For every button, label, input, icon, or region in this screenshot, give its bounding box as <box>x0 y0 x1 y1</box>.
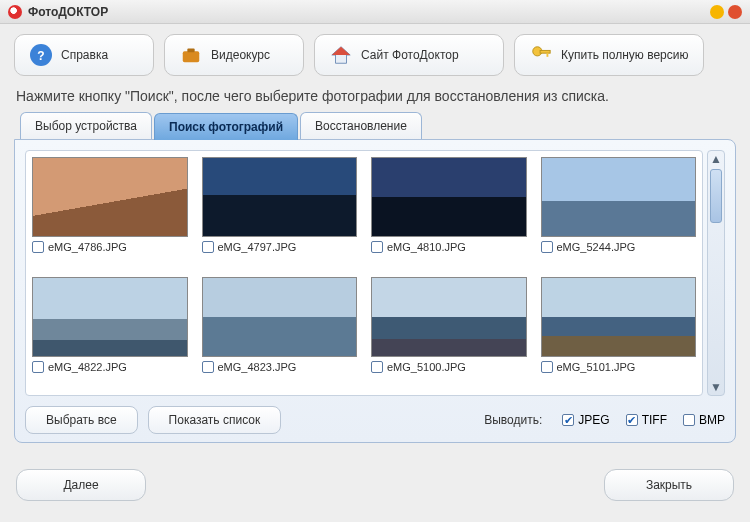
show-list-button[interactable]: Показать список <box>148 406 282 434</box>
thumbnail-image <box>541 277 697 357</box>
thumbnail-item[interactable]: eMG_5100.JPG <box>371 277 527 389</box>
filter-jpeg-checkbox[interactable] <box>562 414 574 426</box>
thumbnail-checkbox[interactable] <box>541 241 553 253</box>
thumbnail-item[interactable]: eMG_4823.JPG <box>202 277 358 389</box>
filter-tiff-checkbox[interactable] <box>626 414 638 426</box>
tab-search[interactable]: Поиск фотографий <box>154 113 298 140</box>
thumbnail-checkbox[interactable] <box>202 241 214 253</box>
toolbar: ? Справка Видеокурс Сайт ФотоДоктор Купи… <box>14 34 736 76</box>
close-window-button[interactable] <box>728 5 742 19</box>
help-label: Справка <box>61 48 108 62</box>
help-button[interactable]: ? Справка <box>14 34 154 76</box>
help-icon: ? <box>29 43 53 67</box>
thumbnail-filename: eMG_5244.JPG <box>557 241 636 253</box>
thumbnail-image <box>371 277 527 357</box>
svg-marker-5 <box>332 47 350 55</box>
thumbnail-image <box>541 157 697 237</box>
minimize-button[interactable] <box>710 5 724 19</box>
thumbnail-filename: eMG_4797.JPG <box>218 241 297 253</box>
tab-restore[interactable]: Восстановление <box>300 112 422 139</box>
thumbnail-filename: eMG_5100.JPG <box>387 361 466 373</box>
thumbnail-image <box>202 157 358 237</box>
svg-rect-8 <box>547 53 549 57</box>
output-label: Выводить: <box>484 413 542 427</box>
thumbnail-item[interactable]: eMG_5244.JPG <box>541 157 697 269</box>
thumbnail-image <box>32 157 188 237</box>
scrollbar[interactable]: ▲ ▼ <box>707 150 725 396</box>
svg-rect-7 <box>540 50 550 53</box>
filter-bmp-checkbox[interactable] <box>683 414 695 426</box>
video-course-button[interactable]: Видеокурс <box>164 34 304 76</box>
thumbnail-item[interactable]: eMG_4786.JPG <box>32 157 188 269</box>
scroll-thumb[interactable] <box>710 169 722 223</box>
filter-tiff-label: TIFF <box>642 413 667 427</box>
thumbnail-grid: eMG_4786.JPG eMG_4797.JPG eMG_4810.JPG e… <box>25 150 703 396</box>
svg-rect-3 <box>187 49 194 53</box>
tab-device[interactable]: Выбор устройства <box>20 112 152 139</box>
thumbnail-filename: eMG_4810.JPG <box>387 241 466 253</box>
titlebar: ФотоДОКТОР <box>0 0 750 24</box>
thumbnail-item[interactable]: eMG_4797.JPG <box>202 157 358 269</box>
search-panel: eMG_4786.JPG eMG_4797.JPG eMG_4810.JPG e… <box>14 139 736 443</box>
thumbnail-checkbox[interactable] <box>32 361 44 373</box>
footer: Далее Закрыть <box>0 455 750 501</box>
thumbnail-checkbox[interactable] <box>202 361 214 373</box>
briefcase-icon <box>179 43 203 67</box>
thumbnail-item[interactable]: eMG_4810.JPG <box>371 157 527 269</box>
thumbnail-filename: eMG_4786.JPG <box>48 241 127 253</box>
thumbnail-checkbox[interactable] <box>32 241 44 253</box>
thumbnail-item[interactable]: eMG_4822.JPG <box>32 277 188 389</box>
app-icon <box>8 5 22 19</box>
buy-label: Купить полную версию <box>561 48 688 62</box>
thumbnail-checkbox[interactable] <box>541 361 553 373</box>
svg-text:?: ? <box>37 49 44 63</box>
filter-jpeg-label: JPEG <box>578 413 609 427</box>
close-button[interactable]: Закрыть <box>604 469 734 501</box>
instruction-text: Нажмите кнопку "Поиск", после чего выбер… <box>16 88 734 104</box>
scroll-down-icon[interactable]: ▼ <box>708 379 724 395</box>
site-label: Сайт ФотоДоктор <box>361 48 459 62</box>
svg-rect-2 <box>183 51 200 62</box>
select-all-button[interactable]: Выбрать все <box>25 406 138 434</box>
thumbnail-filename: eMG_4823.JPG <box>218 361 297 373</box>
site-button[interactable]: Сайт ФотоДоктор <box>314 34 504 76</box>
filter-bmp-label: BMP <box>699 413 725 427</box>
next-button[interactable]: Далее <box>16 469 146 501</box>
scroll-up-icon[interactable]: ▲ <box>708 151 724 167</box>
buy-button[interactable]: Купить полную версию <box>514 34 704 76</box>
thumbnail-image <box>202 277 358 357</box>
thumbnail-checkbox[interactable] <box>371 361 383 373</box>
tab-bar: Выбор устройства Поиск фотографий Восста… <box>14 112 736 139</box>
video-course-label: Видеокурс <box>211 48 270 62</box>
thumbnail-checkbox[interactable] <box>371 241 383 253</box>
window-title: ФотоДОКТОР <box>28 5 108 19</box>
thumbnail-image <box>32 277 188 357</box>
home-icon <box>329 43 353 67</box>
thumbnail-item[interactable]: eMG_5101.JPG <box>541 277 697 389</box>
thumbnail-filename: eMG_4822.JPG <box>48 361 127 373</box>
thumbnail-filename: eMG_5101.JPG <box>557 361 636 373</box>
key-icon <box>529 43 553 67</box>
thumbnail-image <box>371 157 527 237</box>
